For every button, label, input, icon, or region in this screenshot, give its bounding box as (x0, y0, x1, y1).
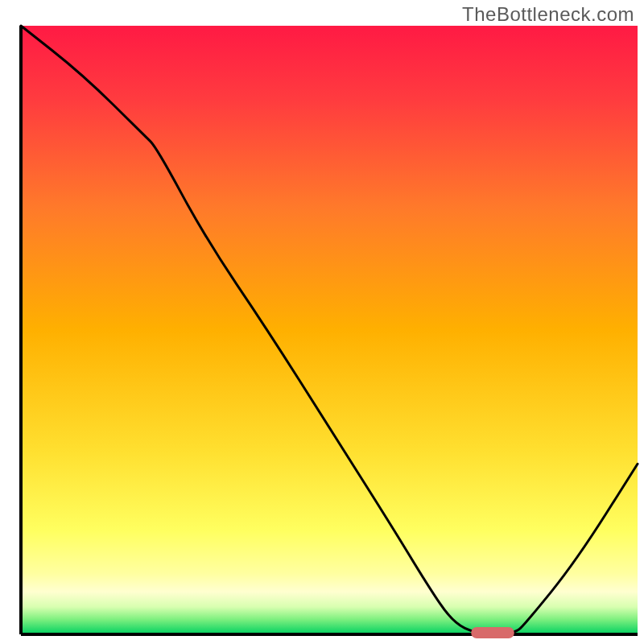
bottleneck-chart: TheBottleneck.com (0, 0, 644, 644)
plot-background (21, 26, 638, 634)
chart-canvas (0, 0, 644, 644)
optimal-range-marker (471, 627, 514, 638)
